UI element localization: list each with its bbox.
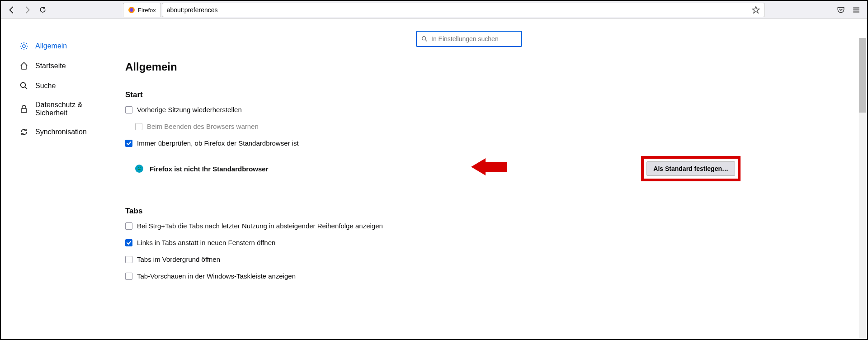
gear-icon [19, 41, 29, 51]
url-input[interactable] [167, 6, 752, 14]
scrollbar-thumb[interactable] [859, 38, 866, 113]
sidebar-item-sync[interactable]: Synchronisation [19, 122, 107, 142]
vertical-scrollbar[interactable] [859, 38, 866, 338]
sidebar-item-label: Startseite [35, 62, 66, 70]
forward-button[interactable] [20, 3, 34, 17]
label-restore-session: Vorherige Sitzung wiederherstellen [137, 106, 242, 113]
browser-toolbar: Firefox [1, 1, 867, 19]
label-warn-on-close: Beim Beenden des Browsers warnen [147, 123, 259, 130]
reload-button[interactable] [35, 3, 50, 17]
arrow-annotation-icon [471, 156, 508, 178]
lock-icon [19, 104, 29, 114]
svg-rect-4 [21, 109, 27, 113]
checkbox-taskbar-preview[interactable] [125, 273, 132, 280]
settings-main: Allgemein Start Vorherige Sitzung wieder… [107, 19, 867, 339]
label-foreground: Tabs im Vordergrund öffnen [137, 255, 220, 263]
svg-point-3 [21, 83, 26, 88]
svg-point-5 [422, 37, 426, 40]
search-icon [19, 81, 29, 91]
sidebar-item-label: Datenschutz & Sicherheit [35, 101, 100, 117]
back-button[interactable] [5, 3, 19, 17]
pocket-button[interactable] [834, 3, 848, 17]
firefox-logo-icon [128, 6, 135, 14]
sidebar-item-label: Allgemein [35, 42, 67, 50]
settings-search[interactable] [416, 31, 522, 47]
checkbox-ctrl-tab[interactable] [125, 222, 132, 230]
label-ctrl-tab: Bei Strg+Tab die Tabs nach letzter Nutzu… [137, 222, 383, 230]
checkbox-warn-on-close [135, 123, 142, 130]
tab-label: Firefox [138, 7, 156, 14]
set-default-button[interactable]: Als Standard festlegen… [646, 161, 735, 176]
label-always-check-default: Immer überprüfen, ob Firefox der Standar… [137, 139, 299, 147]
checkbox-foreground[interactable] [125, 256, 132, 263]
svg-point-2 [23, 45, 25, 47]
bookmark-star-icon[interactable] [752, 6, 760, 14]
label-taskbar-preview: Tab-Vorschauen in der Windows-Taskleiste… [137, 272, 296, 280]
not-default-text: Firefox ist nicht Ihr Standardbrowser [150, 165, 269, 173]
page-title: Allgemein [125, 61, 867, 73]
browser-tab[interactable]: Firefox [123, 3, 161, 17]
sidebar-item-home[interactable]: Startseite [19, 56, 107, 76]
checkbox-restore-session[interactable] [125, 106, 132, 113]
section-start-heading: Start [125, 90, 867, 99]
svg-point-6 [138, 167, 139, 168]
highlight-marker: Als Standard festlegen… [641, 156, 741, 181]
menu-button[interactable] [849, 3, 863, 17]
sync-icon [19, 127, 29, 137]
sidebar-item-search[interactable]: Suche [19, 76, 107, 96]
sidebar-item-privacy[interactable]: Datenschutz & Sicherheit [19, 96, 107, 122]
settings-sidebar: Allgemein Startseite Suche Datenschutz &… [1, 19, 107, 339]
svg-marker-8 [471, 158, 507, 175]
section-tabs-heading: Tabs [125, 207, 867, 216]
checkbox-always-check-default[interactable] [125, 140, 132, 147]
sad-face-icon [135, 165, 143, 173]
checkbox-open-in-tabs[interactable] [125, 239, 132, 246]
sidebar-item-general[interactable]: Allgemein [19, 36, 107, 56]
url-bar[interactable] [162, 3, 765, 17]
content-area: Allgemein Startseite Suche Datenschutz &… [1, 19, 867, 339]
settings-search-input[interactable] [431, 35, 517, 42]
search-icon [421, 36, 428, 42]
svg-point-1 [130, 8, 133, 12]
svg-point-7 [140, 167, 141, 168]
sidebar-item-label: Synchronisation [35, 128, 87, 136]
home-icon [19, 61, 29, 71]
label-open-in-tabs: Links in Tabs anstatt in neuen Fenstern … [137, 239, 275, 246]
sidebar-item-label: Suche [35, 82, 56, 90]
